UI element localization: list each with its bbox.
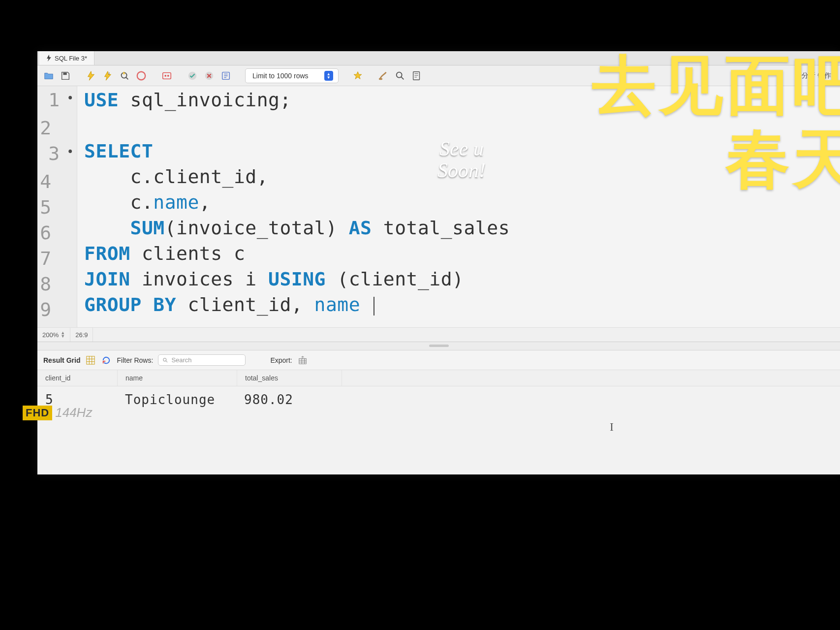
rollback-button[interactable] [203,69,216,82]
editor-status-bar: 200% ▲▼ 26:9 [37,327,840,342]
monitor-badge: FHD 144Hz [23,405,92,420]
find-button[interactable] [394,69,406,82]
toolbar: I Limit to 1000 row [37,65,840,86]
svg-point-10 [378,78,382,80]
ibeam-cursor-icon: I [610,420,614,434]
refresh-button[interactable] [101,355,112,366]
execute-button[interactable] [85,69,97,82]
svg-rect-12 [413,71,419,80]
commit-button[interactable] [186,69,199,82]
text-cursor-icon [373,297,374,315]
cell-total-sales: 980.02 [236,386,341,409]
sql-workbench-window: SQL File 3* I [37,51,840,474]
svg-point-14 [163,358,166,361]
column-header-name[interactable]: name [118,370,237,386]
result-row[interactable]: 5 Topiclounge 980.02 [37,386,840,409]
export-button[interactable] [297,355,308,366]
toggle-limit-button[interactable] [219,69,232,82]
export-label: Export: [270,356,292,364]
filter-search-input[interactable]: Search [158,354,246,366]
column-header-client-id[interactable]: client_id [37,370,118,386]
cell-name: Topiclounge [117,386,236,409]
save-button[interactable] [59,69,72,82]
toggle-autocommit-button[interactable] [160,69,173,82]
svg-rect-4 [163,72,171,79]
column-header-total-sales[interactable]: total_sales [237,370,342,386]
svg-rect-0 [63,72,66,75]
snippets-button[interactable] [410,69,423,82]
execute-current-button[interactable]: I [101,69,114,82]
row-limit-label: Limit to 1000 rows [252,72,309,80]
favorite-button[interactable] [351,69,364,82]
stop-button[interactable] [135,69,148,82]
code-area[interactable]: USE sql_invoicing; SELECT c.client_id, c… [77,86,510,327]
grid-view-icon[interactable] [85,355,96,366]
open-folder-button[interactable] [42,69,55,82]
svg-point-5 [164,75,166,77]
beautify-button[interactable] [377,69,390,82]
grip-icon [429,345,449,347]
fhd-label: FHD [23,406,52,420]
cursor-position: 26:9 [70,328,93,342]
explain-button[interactable] [118,69,131,82]
stepper-icon: ▲▼ [61,331,65,338]
refresh-rate-label: 144Hz [55,405,92,420]
result-toolbar: Result Grid Filter Rows: Search Export: [37,350,840,370]
lightning-icon [46,55,52,62]
svg-point-3 [137,71,146,80]
search-icon [162,357,168,363]
line-gutter: 1 • 2 3 • 4 5 6 7 8 9 10 [37,86,77,327]
svg-rect-13 [87,356,94,364]
row-limit-dropdown[interactable]: Limit to 1000 rows ▲▼ [245,68,339,83]
tab-sql-file[interactable]: SQL File 3* [39,51,94,65]
zoom-level[interactable]: 200% ▲▼ [37,328,70,342]
svg-rect-15 [299,358,306,364]
tab-title: SQL File 3* [55,55,87,62]
result-columns: client_id name total_sales [37,370,840,386]
svg-text:I: I [109,71,110,76]
tab-bar: SQL File 3* [37,51,840,65]
photo-frame: SQL File 3* I [0,0,840,630]
panel-resize-handle[interactable] [37,342,840,350]
sql-editor[interactable]: 1 • 2 3 • 4 5 6 7 8 9 10 USE sql_invoici… [37,86,840,327]
filter-rows-label: Filter Rows: [117,356,153,364]
svg-point-6 [167,75,169,77]
toolbar-trailing-text: 据分析 每作 [795,71,835,80]
stepper-icon: ▲▼ [324,71,333,81]
result-grid-label: Result Grid [43,356,80,364]
